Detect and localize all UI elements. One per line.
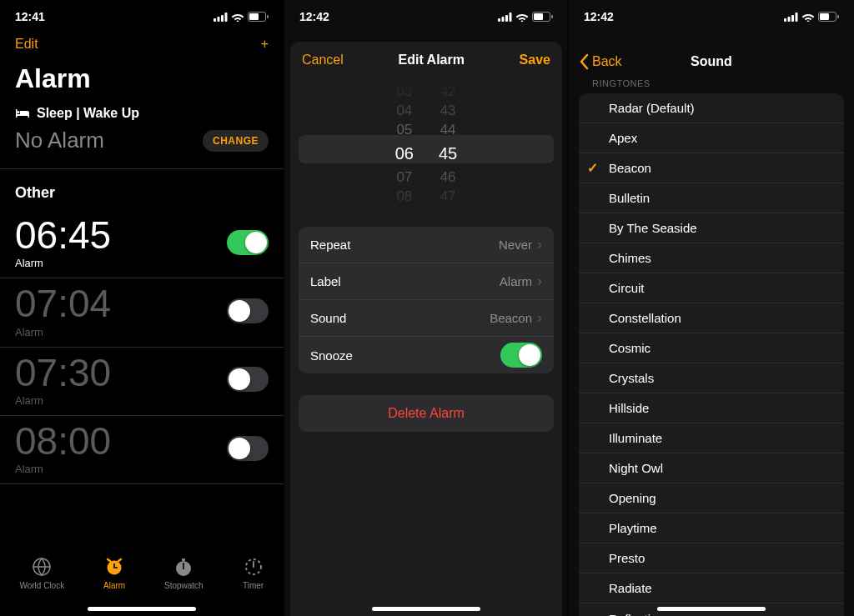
- battery-icon: [818, 12, 839, 22]
- wifi-icon: [801, 13, 815, 22]
- battery-icon: [248, 12, 269, 22]
- minute-picker-column[interactable]: 42434445464748: [439, 82, 457, 215]
- ringtone-name: Playtime: [609, 521, 657, 535]
- alarm-toggle[interactable]: [227, 436, 269, 461]
- svg-rect-18: [510, 13, 512, 22]
- other-header: Other: [0, 169, 284, 210]
- sound-value: Beacon: [490, 311, 532, 325]
- ringtone-row[interactable]: Night Owl: [579, 453, 844, 483]
- status-time: 12:41: [15, 10, 45, 23]
- cancel-button[interactable]: Cancel: [302, 53, 344, 68]
- battery-icon: [532, 12, 553, 22]
- svg-rect-5: [249, 13, 259, 20]
- wifi-icon: [515, 13, 529, 22]
- svg-rect-3: [225, 13, 228, 22]
- label-row[interactable]: Label Alarm›: [299, 263, 554, 300]
- save-button[interactable]: Save: [520, 53, 550, 68]
- ringtone-row[interactable]: Bulletin: [579, 183, 844, 213]
- ringtone-list: Radar (Default)Apex✓BeaconBulletinBy The…: [579, 93, 844, 616]
- snooze-row: Snooze: [299, 337, 554, 373]
- ringtone-row[interactable]: Playtime: [579, 513, 844, 543]
- ringtone-name: Night Owl: [609, 461, 663, 475]
- repeat-row[interactable]: Repeat Never›: [299, 227, 554, 263]
- ringtone-row[interactable]: Radar (Default): [579, 93, 844, 123]
- ringtone-row[interactable]: By The Seaside: [579, 213, 844, 243]
- tab-stopwatch[interactable]: Stopwatch: [164, 556, 203, 590]
- picker-value: 42: [440, 82, 456, 101]
- alarm-toggle[interactable]: [227, 230, 269, 255]
- nav-bar: Edit +: [0, 33, 284, 60]
- ringtone-name: Presto: [609, 551, 645, 565]
- ringtone-row[interactable]: Radiate: [579, 573, 844, 603]
- tab-bar: World Clock Alarm Stopwatch Timer: [0, 549, 284, 616]
- globe-icon: [31, 556, 53, 578]
- alarm-time: 07:04: [15, 283, 111, 323]
- ringtone-row[interactable]: Cosmic: [579, 333, 844, 363]
- back-button[interactable]: Back: [579, 53, 622, 70]
- ringtone-name: Opening: [609, 491, 656, 505]
- ringtone-row[interactable]: Hillside: [579, 393, 844, 423]
- ringtone-name: Apex: [609, 131, 637, 145]
- alarm-row[interactable]: 08:00Alarm: [0, 416, 284, 484]
- snooze-toggle[interactable]: [500, 343, 542, 368]
- ringtone-name: Circuit: [609, 281, 645, 295]
- picker-value: 04: [396, 101, 412, 120]
- alarm-toggle[interactable]: [227, 298, 269, 323]
- bed-icon: [15, 108, 30, 119]
- status-icons: [214, 12, 269, 22]
- label-label: Label: [310, 274, 341, 288]
- ringtone-row[interactable]: Opening: [579, 483, 844, 513]
- repeat-value: Never: [499, 238, 532, 252]
- change-button[interactable]: CHANGE: [203, 130, 269, 152]
- sheet-title: Edit Alarm: [399, 53, 465, 68]
- home-indicator[interactable]: [372, 607, 480, 611]
- edit-button[interactable]: Edit: [15, 37, 38, 52]
- alarm-row[interactable]: 07:04Alarm: [0, 278, 284, 347]
- sound-row[interactable]: Sound Beacon›: [299, 300, 554, 337]
- hour-picker-column[interactable]: 03040506070809: [395, 82, 414, 215]
- sheet-nav: Cancel Edit Alarm Save: [290, 42, 562, 78]
- sound-label: Sound: [310, 311, 346, 325]
- home-indicator[interactable]: [88, 607, 196, 611]
- tab-label: Alarm: [103, 581, 125, 590]
- alarm-row[interactable]: 06:45Alarm: [0, 210, 284, 278]
- tab-timer[interactable]: Timer: [243, 556, 264, 590]
- tab-label: World Clock: [19, 581, 64, 590]
- picker-value: 06: [395, 139, 414, 168]
- ringtone-row[interactable]: Apex: [579, 123, 844, 153]
- ringtone-row[interactable]: Constellation: [579, 303, 844, 333]
- ringtone-row[interactable]: Crystals: [579, 363, 844, 393]
- ringtone-name: Cosmic: [609, 341, 651, 355]
- svg-rect-10: [113, 567, 118, 568]
- status-time: 12:42: [584, 10, 614, 23]
- add-alarm-button[interactable]: +: [261, 36, 269, 53]
- ringtone-row[interactable]: Presto: [579, 543, 844, 573]
- alarm-toggle[interactable]: [227, 367, 269, 392]
- delete-alarm-button[interactable]: Delete Alarm: [299, 395, 554, 432]
- alarm-time: 08:00: [15, 421, 111, 461]
- home-indicator[interactable]: [657, 607, 766, 611]
- ringtone-name: Hillside: [609, 401, 649, 415]
- ringtone-name: By The Seaside: [609, 221, 697, 235]
- status-icons: [498, 12, 553, 22]
- nav-bar: Back Sound: [569, 43, 854, 80]
- ringtone-row[interactable]: Illuminate: [579, 423, 844, 453]
- ringtone-row[interactable]: ✓Beacon: [579, 153, 844, 183]
- tab-world-clock[interactable]: World Clock: [19, 556, 64, 590]
- chevron-right-icon: ›: [537, 309, 542, 327]
- stopwatch-icon: [173, 556, 194, 578]
- ringtone-row[interactable]: Circuit: [579, 273, 844, 303]
- svg-rect-23: [788, 17, 791, 22]
- ringtone-row[interactable]: Chimes: [579, 243, 844, 273]
- sleep-header: Sleep | Wake Up: [0, 103, 284, 126]
- tab-alarm[interactable]: Alarm: [103, 556, 125, 590]
- svg-rect-15: [498, 18, 500, 22]
- alarm-label: Alarm: [15, 326, 111, 338]
- svg-rect-17: [505, 15, 508, 22]
- repeat-label: Repeat: [310, 238, 350, 252]
- picker-value: 43: [440, 101, 456, 120]
- time-picker[interactable]: 03040506070809 42434445464748: [299, 82, 554, 215]
- alarm-row[interactable]: 07:30Alarm: [0, 348, 284, 416]
- ringtone-name: Chimes: [609, 251, 651, 265]
- page-title: Alarm: [0, 60, 284, 103]
